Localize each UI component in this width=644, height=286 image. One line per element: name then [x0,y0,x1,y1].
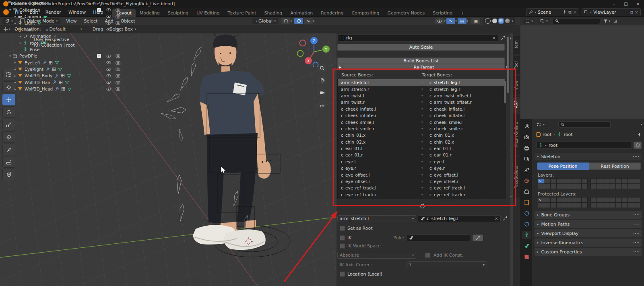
layer-cell[interactable] [616,203,621,208]
layer-cell[interactable] [634,184,640,189]
bones-mapping-list[interactable]: arm_stretch.l▾c_stretch_leg.larm_stretch… [337,79,506,199]
section-grip[interactable] [633,233,640,235]
build-bones-list-button[interactable]: Build Bones List [337,58,505,64]
collection-checkbox[interactable]: ✓ [97,8,101,12]
set-as-root-checkbox[interactable] [340,226,345,231]
collection-checkbox[interactable]: ✓ [97,54,101,58]
layer-cell[interactable] [551,203,556,208]
layer-cell[interactable] [557,203,562,208]
layer-cell[interactable] [628,179,634,183]
new-scene-icon[interactable]: ⧉ [568,10,572,15]
outliner-display-mode-icon[interactable]: ▾ [538,19,550,24]
sidebar-tab-view[interactable]: View [513,76,520,95]
layer-cell[interactable] [591,203,597,208]
disclosure-open-icon[interactable]: ▾ [13,28,17,31]
scene-selector[interactable]: ▾ Scene ⧉ × [526,8,579,16]
render-visibility-camera-icon[interactable] [116,67,120,71]
show-gizmo-eye-icon[interactable] [435,18,444,24]
zoom-icon[interactable] [317,63,327,73]
fake-user-shield-button[interactable] [634,142,642,149]
snap-settings-chevron[interactable]: ▾ [290,19,292,23]
section-grip[interactable] [633,251,640,253]
add-workspace-button[interactable]: + [456,9,468,17]
bone-pair-row[interactable]: arm_stretch.l▾c_stretch_leg.l [338,79,505,86]
xray-toggle-icon[interactable]: ▣ [471,18,480,24]
render-visibility-camera-icon[interactable] [116,21,120,25]
rig-object-field[interactable]: rig × [337,35,498,41]
pole-eyedropper-button[interactable] [473,235,483,241]
properties-search-input[interactable] [558,121,611,128]
mapping-target-field[interactable]: c_stretch_leg.l × [418,215,501,222]
remove-view-layer-icon[interactable]: × [635,10,638,15]
protected-layers-grid-1[interactable] [538,197,588,208]
rest-position-button[interactable]: Rest Position [589,163,641,170]
layer-cell[interactable] [622,203,627,208]
armature-layers-grid-1[interactable] [538,178,588,189]
layer-cell[interactable] [582,184,587,189]
camera-view-icon[interactable] [317,87,327,97]
eye-visibility-icon[interactable] [106,21,111,25]
layer-cell[interactable] [634,179,640,183]
disclosure-closed-icon[interactable]: ▸ [13,80,17,84]
bone-pair-row[interactable]: c_eye_ref_track.r▾c_eye_ref_track.r [338,191,505,198]
bone-pair-row[interactable]: c_cheek_smile.l▾c_cheek_smile.l [338,119,505,125]
properties-tab-render[interactable] [522,133,531,141]
outliner-row-pewdpie[interactable]: ▾PewDPie✓ [0,53,124,59]
bone-pair-row[interactable]: arm_stretch.r▾c_stretch_leg.r [338,86,505,92]
eye-visibility-icon[interactable] [106,54,111,58]
outliner-row-wolf3d-head[interactable]: ▸Wolf3D_Head [0,86,124,92]
pan-hand-icon[interactable] [317,75,327,85]
render-visibility-camera-icon[interactable] [116,14,120,19]
falloff-icon[interactable]: ∿ [304,18,313,24]
view-layer-selector[interactable]: ▾ ViewLayer ⧉ × [582,8,641,16]
list-scrollbar[interactable] [504,81,506,103]
render-visibility-camera-icon[interactable] [116,8,120,12]
breadcrumb-object[interactable]: root [543,132,551,137]
eye-visibility-icon[interactable] [106,28,111,31]
eye-visibility-icon[interactable] [106,74,111,78]
outliner-row-scene-collection[interactable]: Scene Collection [0,0,124,6]
bone-pair-row[interactable]: c_ear_01.l▾c_ear_01.l [338,145,505,152]
workspace-tab-shading[interactable]: Shading [260,9,287,17]
layer-cell[interactable] [563,184,569,189]
shading-material-icon[interactable] [499,19,504,23]
outliner-row-root[interactable]: ▾root [0,27,124,33]
bone-pair-row[interactable]: c_cheek_inflate.r▾c_cheek_inflate.r [338,112,505,119]
location-local-checkbox[interactable] [340,272,345,277]
render-visibility-camera-icon[interactable] [116,28,120,32]
tool-add-cube[interactable] [2,169,15,180]
bone-pair-row[interactable]: c_eye_ref_track.l▾c_eye_ref_track.l [338,185,505,191]
tool-annotate[interactable] [2,144,15,155]
bone-pair-row[interactable]: c_ear_01.r▾c_ear_01.r [338,152,505,158]
eye-visibility-icon[interactable] [106,8,111,12]
unlink-scene-icon[interactable]: × [573,10,577,15]
sidebar-tab-mesh-online[interactable]: Mesh Online [513,114,520,155]
outliner-search-input[interactable] [553,18,600,24]
eye-visibility-icon[interactable] [106,61,111,64]
sidebar-tab-arp[interactable]: ARP [513,96,520,112]
outliner-row-root[interactable]: ▸root126 [0,39,124,46]
render-visibility-camera-icon[interactable] [116,87,120,91]
eyedropper-icon[interactable] [501,35,506,40]
layer-cell[interactable] [616,198,621,202]
layer-cell[interactable] [591,184,597,189]
layer-cell[interactable] [597,203,603,208]
ik-world-space-checkbox[interactable] [340,243,345,249]
layer-cell[interactable] [544,179,550,183]
section-grip[interactable] [633,223,640,225]
layer-cell[interactable] [616,179,621,183]
layer-cell[interactable] [603,179,609,183]
layer-cell[interactable] [538,198,544,202]
layer-cell[interactable] [634,203,640,208]
sidebar-tab-facebuilder[interactable]: FaceBuilder [513,156,520,198]
outliner-row-wolf3d-hair[interactable]: ▸Wolf3D_Hair [0,79,124,86]
clear-rig-icon[interactable]: × [492,35,496,41]
new-view-layer-icon[interactable]: ⧉ [630,10,633,15]
target-eyedropper-icon[interactable] [503,216,508,221]
layer-cell[interactable] [569,203,575,208]
render-visibility-camera-icon[interactable] [116,74,120,78]
layer-cell[interactable] [597,179,603,183]
layer-cell[interactable] [603,203,609,208]
protected-layers-grid-2[interactable] [590,197,640,208]
pole-bone-field[interactable] [407,235,470,241]
